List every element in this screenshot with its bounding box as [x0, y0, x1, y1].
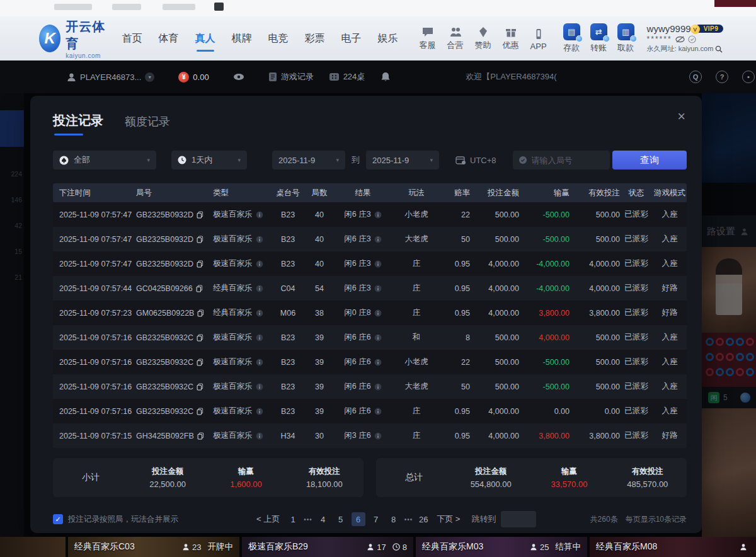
info-icon[interactable] [256, 309, 263, 317]
cell-bet: 4,000.00 [470, 407, 519, 416]
nav-item-esports[interactable]: 电竞 [268, 28, 289, 49]
total-label: 总计 [376, 472, 452, 483]
cell-valid: 500.00 [570, 333, 620, 342]
copy-icon[interactable] [197, 383, 203, 391]
nav-item-sports[interactable]: 体育 [159, 28, 179, 49]
page-button-4[interactable]: 4 [316, 512, 330, 526]
player-account-menu[interactable]: PLAYER46873... ▾ [67, 72, 154, 82]
jump-page-input[interactable] [501, 511, 536, 527]
nav-item-home[interactable]: 首页 [122, 28, 142, 49]
timezone-toggle[interactable]: UTC+8 [455, 156, 496, 165]
info-icon[interactable] [256, 408, 263, 415]
game-records-button[interactable]: 游戏记录 [268, 71, 314, 83]
copy-icon[interactable] [197, 432, 204, 440]
info-icon[interactable] [256, 359, 263, 366]
merge-checkbox[interactable]: ✓ [53, 514, 63, 524]
prev-page-button[interactable]: < 上页 [254, 514, 282, 525]
page-button-8[interactable]: 8 [387, 512, 401, 526]
sponsor-button[interactable]: 赞助 [475, 26, 491, 51]
page-button-7[interactable]: 7 [369, 512, 383, 526]
info-icon[interactable] [256, 334, 263, 342]
more-icon[interactable]: • [742, 71, 755, 83]
help-icon[interactable]: ? [716, 71, 728, 83]
cell-mode: 入座 [653, 406, 687, 416]
info-icon[interactable] [374, 383, 382, 391]
table-card-1[interactable]: 经典百家乐C0323开牌中 [68, 537, 239, 557]
info-icon[interactable] [256, 383, 263, 391]
date-to-picker[interactable]: 2025-11-9 ▾ [366, 151, 439, 169]
refresh-balance-icon[interactable] [688, 35, 696, 43]
table-count-button[interactable]: 224桌 [329, 71, 365, 83]
table-card-2[interactable]: 极速百家乐B29178 [242, 537, 413, 557]
info-icon[interactable] [374, 432, 382, 440]
info-icon[interactable] [256, 260, 263, 268]
nav-item-lottery[interactable]: 彩票 [305, 28, 325, 49]
table-card-partial[interactable] [0, 537, 66, 557]
info-icon[interactable] [256, 432, 263, 440]
page-button-5[interactable]: 5 [334, 512, 348, 526]
mobile-app-icon [532, 28, 545, 40]
cell-round: GB2325B0932D [136, 210, 213, 219]
copy-icon[interactable] [197, 260, 203, 268]
round-search-input[interactable] [532, 156, 604, 165]
cell-table: B23 [271, 382, 305, 391]
info-icon[interactable] [374, 260, 382, 268]
copy-icon[interactable] [197, 211, 203, 219]
close-icon[interactable]: × [677, 110, 685, 123]
cell-table: M06 [271, 309, 305, 318]
nav-item-live[interactable]: 真人 [195, 28, 215, 49]
table-card-4[interactable]: 经典百家乐M08 [590, 537, 756, 557]
copy-icon[interactable] [196, 285, 203, 292]
brand-logo[interactable]: K 开云体育 kaiyun.com [39, 18, 107, 59]
app-download-button[interactable]: APP [530, 28, 547, 51]
info-icon[interactable] [374, 309, 382, 317]
withdraw-button[interactable]: ▥ 取款 [617, 23, 634, 54]
magnifier-icon[interactable] [715, 45, 723, 53]
eye-off-icon[interactable] [675, 36, 685, 43]
info-icon[interactable] [374, 211, 382, 219]
cell-bet: 500.00 [470, 333, 519, 342]
tab-quota-records[interactable]: 额度记录 [125, 114, 170, 135]
cell-play: 庄 [392, 307, 441, 318]
query-button[interactable]: 查询 [612, 151, 687, 169]
settings-icon[interactable]: Q [689, 71, 702, 83]
info-icon[interactable] [374, 359, 382, 366]
deposit-button[interactable]: ▤ 存款 [563, 23, 580, 54]
next-page-button[interactable]: 下页 > [434, 514, 462, 525]
copy-icon[interactable] [197, 408, 203, 415]
header-valid: 有效投注 [570, 188, 620, 198]
info-icon[interactable] [256, 211, 263, 219]
copy-icon[interactable] [197, 309, 204, 317]
table-row: 2025-11-09 07:57:15GH3425B092FB极速百家乐H343… [53, 423, 687, 448]
date-range-dropdown[interactable]: 1天内 ▾ [171, 151, 247, 169]
info-icon[interactable] [256, 285, 263, 292]
copy-icon[interactable] [197, 236, 203, 243]
cell-odds: 0.95 [441, 309, 470, 318]
category-dropdown[interactable]: 全部 ▾ [53, 151, 156, 169]
bell-icon[interactable] [381, 72, 390, 82]
promotions-button[interactable]: 优惠 [503, 26, 519, 51]
partners-button[interactable]: 合营 [447, 26, 464, 51]
nav-item-cards[interactable]: 棋牌 [232, 28, 252, 49]
tab-bet-records[interactable]: 投注记录 [53, 112, 103, 135]
copy-icon[interactable] [197, 359, 203, 366]
date-from-picker[interactable]: 2025-11-9 ▾ [272, 151, 345, 169]
transfer-button[interactable]: ⇄ 转账 [590, 23, 607, 54]
nav-item-entertainment[interactable]: 娱乐 [378, 28, 398, 49]
eye-icon[interactable] [233, 73, 244, 81]
copy-icon[interactable] [197, 334, 203, 342]
info-icon[interactable] [374, 236, 382, 243]
info-icon[interactable] [374, 334, 382, 342]
nav-item-slots[interactable]: 电子 [341, 28, 362, 49]
cell-odds: 0.95 [441, 432, 470, 440]
cell-type: 极速百家乐 [213, 381, 271, 392]
info-icon[interactable] [374, 408, 382, 415]
support-button[interactable]: 客服 [420, 26, 436, 51]
page-button-26[interactable]: 26 [416, 512, 430, 526]
info-icon[interactable] [256, 236, 263, 243]
info-icon[interactable] [374, 285, 382, 292]
page-button-6[interactable]: 6 [352, 512, 365, 526]
page-button-1[interactable]: 1 [286, 512, 300, 526]
balance-display[interactable]: ¥ 0.00 [178, 72, 209, 83]
table-card-3[interactable]: 经典百家乐M0325结算中 [416, 537, 587, 557]
